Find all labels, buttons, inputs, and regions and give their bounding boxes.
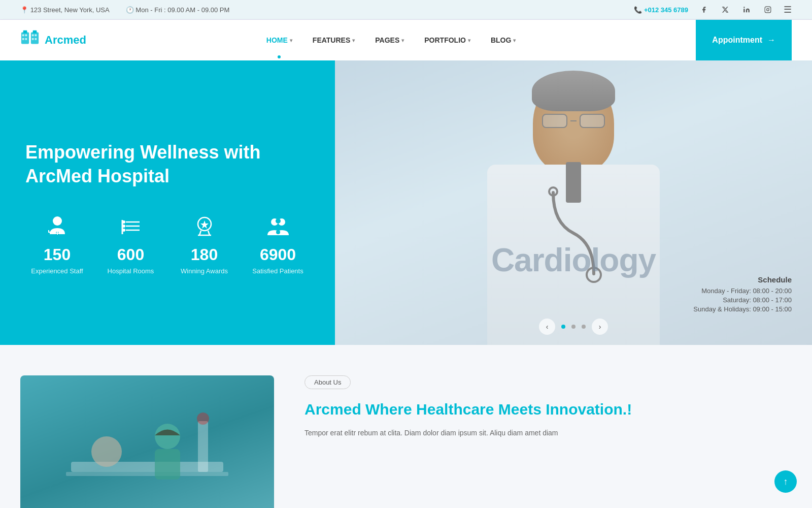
stat-number-awards: 180 bbox=[173, 245, 236, 264]
stat-number-rooms: 600 bbox=[99, 245, 162, 264]
doctor-illustration bbox=[452, 60, 695, 345]
carousel-dot-2[interactable] bbox=[571, 325, 576, 329]
nav-pages[interactable]: PAGES ▾ bbox=[367, 32, 412, 48]
svg-rect-6 bbox=[23, 30, 27, 34]
hero-right-panel: Cardiology Schedule Monday - Friday: 08:… bbox=[335, 60, 812, 345]
specialty-text: Cardiology bbox=[491, 241, 656, 279]
top-bar: 📍 123 Street, New York, USA 🕐 Mon - Fri … bbox=[0, 0, 812, 20]
svg-rect-15 bbox=[35, 38, 37, 40]
schedule-line-3: Sunday & Holidays: 09:00 - 15:00 bbox=[693, 305, 792, 313]
stat-winning-awards: 180 Winning Awards bbox=[173, 214, 236, 275]
phone-number[interactable]: 📞 +012 345 6789 bbox=[634, 6, 688, 14]
clock-icon: 🕐 bbox=[126, 6, 134, 14]
svg-point-22 bbox=[122, 220, 125, 224]
features-arrow-icon: ▾ bbox=[352, 38, 355, 43]
nav-blog[interactable]: BLOG ▾ bbox=[483, 32, 524, 48]
svg-rect-36 bbox=[66, 472, 228, 476]
svg-rect-7 bbox=[33, 30, 37, 34]
nav-portfolio[interactable]: PORTFOLIO ▾ bbox=[416, 32, 479, 48]
svg-point-39 bbox=[197, 412, 209, 425]
svg-point-16 bbox=[53, 216, 62, 226]
svg-point-37 bbox=[91, 436, 122, 467]
svg-rect-1 bbox=[765, 7, 771, 13]
schedule-line-1: Monday - Friday: 08:00 - 20:00 bbox=[693, 287, 792, 295]
svg-rect-13 bbox=[25, 38, 27, 40]
svg-rect-10 bbox=[32, 34, 34, 36]
schedule-box: Schedule Monday - Friday: 08:00 - 20:00 … bbox=[693, 275, 792, 314]
carousel-next-button[interactable]: › bbox=[592, 319, 608, 335]
svg-point-23 bbox=[122, 225, 125, 228]
svg-rect-4 bbox=[21, 33, 29, 44]
svg-point-0 bbox=[743, 7, 745, 8]
stat-hospital-rooms: 600 Hospital Rooms bbox=[99, 214, 162, 275]
nav-features[interactable]: FEATURES ▾ bbox=[304, 32, 363, 48]
logo[interactable]: Arcmed bbox=[20, 28, 86, 52]
carousel-dot-1[interactable] bbox=[561, 325, 565, 329]
pages-arrow-icon: ▾ bbox=[401, 38, 404, 43]
linkedin-icon[interactable] bbox=[741, 4, 752, 15]
svg-rect-41 bbox=[155, 449, 180, 480]
stat-number-staff: 150 bbox=[25, 245, 89, 264]
svg-rect-12 bbox=[22, 38, 24, 40]
svg-rect-11 bbox=[35, 34, 37, 36]
nav-home[interactable]: HOME ▾ bbox=[258, 32, 300, 48]
stat-label-rooms: Hospital Rooms bbox=[99, 267, 162, 275]
portfolio-arrow-icon: ▾ bbox=[468, 38, 470, 43]
stat-label-staff: Experienced Staff bbox=[25, 267, 89, 275]
schedule-title: Schedule bbox=[693, 275, 792, 284]
hamburger-menu-icon[interactable]: ☰ bbox=[784, 4, 792, 15]
appointment-button[interactable]: Appointment → bbox=[696, 20, 792, 60]
stat-satisfied-patients: 6900 Satisfied Patients bbox=[246, 214, 310, 275]
carousel-dot-3[interactable] bbox=[582, 325, 586, 329]
svg-point-2 bbox=[767, 9, 769, 11]
about-section: About Us Arcmed Where Healthcare Meets I… bbox=[0, 345, 812, 508]
stat-experienced-staff: 150 Experienced Staff bbox=[25, 214, 89, 275]
hero-title: Empowering Wellness with ArcMed Hospital bbox=[25, 141, 310, 188]
carousel-prev-button[interactable]: ‹ bbox=[539, 319, 555, 335]
phone-icon: 📞 bbox=[634, 6, 642, 14]
about-image bbox=[20, 375, 274, 508]
home-arrow-icon: ▾ bbox=[290, 38, 292, 43]
about-text: Tempor erat elitr rebum at clita. Diam d… bbox=[304, 427, 792, 438]
appointment-arrow-icon: → bbox=[767, 36, 775, 45]
address-text: 123 Street, New York, USA bbox=[30, 6, 110, 14]
schedule-line-2: Saturday: 08:00 - 17:00 bbox=[693, 296, 792, 304]
svg-point-24 bbox=[122, 229, 125, 232]
nurse-scene bbox=[20, 375, 274, 508]
carousel-controls: ‹ › bbox=[539, 319, 608, 335]
svg-rect-38 bbox=[198, 421, 208, 472]
hours-text: Mon - Fri : 09.00 AM - 09.00 PM bbox=[136, 6, 229, 14]
top-bar-left: 📍 123 Street, New York, USA 🕐 Mon - Fri … bbox=[20, 6, 229, 14]
stat-label-patients: Satisfied Patients bbox=[246, 267, 310, 275]
main-nav: HOME ▾ FEATURES ▾ PAGES ▾ PORTFOLIO ▾ BL… bbox=[258, 32, 524, 48]
svg-point-3 bbox=[769, 8, 770, 8]
svg-point-40 bbox=[155, 424, 180, 449]
hero-section: Empowering Wellness with ArcMed Hospital… bbox=[0, 60, 812, 345]
hero-left-panel: Empowering Wellness with ArcMed Hospital… bbox=[0, 60, 335, 345]
twitter-x-icon[interactable] bbox=[720, 4, 731, 15]
svg-point-31 bbox=[276, 218, 281, 224]
svg-rect-9 bbox=[25, 34, 27, 36]
top-bar-right: 📞 +012 345 6789 ☰ bbox=[634, 4, 792, 15]
logo-icon bbox=[20, 28, 40, 52]
scroll-to-top-button[interactable]: ↑ bbox=[774, 470, 797, 493]
hours-info: 🕐 Mon - Fri : 09.00 AM - 09.00 PM bbox=[126, 6, 230, 14]
address-info: 📍 123 Street, New York, USA bbox=[20, 6, 110, 14]
stat-number-patients: 6900 bbox=[246, 245, 310, 264]
about-title: Arcmed Where Healthcare Meets Innovation… bbox=[304, 399, 792, 419]
about-content: About Us Arcmed Where Healthcare Meets I… bbox=[304, 375, 792, 438]
stats-grid: 150 Experienced Staff 600 Hospital Rooms bbox=[25, 214, 310, 275]
stat-label-awards: Winning Awards bbox=[173, 267, 236, 275]
svg-rect-14 bbox=[32, 38, 34, 40]
logo-text: Arcmed bbox=[45, 34, 86, 47]
svg-point-32 bbox=[276, 230, 280, 234]
facebook-icon[interactable] bbox=[698, 4, 709, 15]
instagram-icon[interactable] bbox=[762, 4, 773, 15]
location-icon: 📍 bbox=[20, 6, 28, 14]
blog-arrow-icon: ▾ bbox=[513, 38, 516, 43]
svg-rect-8 bbox=[22, 34, 24, 36]
svg-rect-5 bbox=[31, 33, 39, 44]
svg-line-26 bbox=[199, 231, 201, 235]
about-badge: About Us bbox=[304, 375, 351, 389]
svg-line-27 bbox=[208, 231, 210, 235]
